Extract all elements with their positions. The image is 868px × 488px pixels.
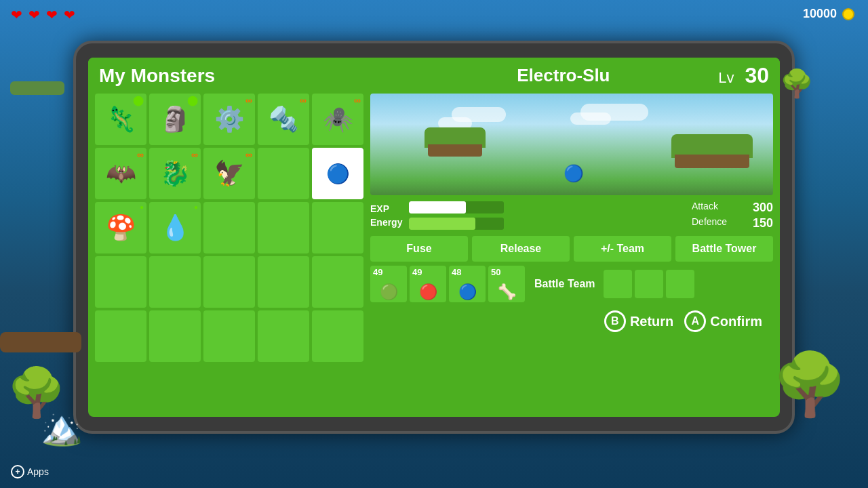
- grid-cell-4-1[interactable]: [149, 310, 201, 362]
- coin-icon: [842, 8, 854, 20]
- energy-label: Energy: [370, 217, 402, 228]
- battle-slot-2[interactable]: 48 🔵: [449, 266, 486, 302]
- platform-bg-left: [0, 332, 81, 352]
- island-right-bottom: [675, 155, 749, 168]
- monster-grid: 🦎 ⬤ 🗿 ⬤ ⚙️ ∞ 🔩 ∞ 🕷️ ∞: [95, 94, 363, 411]
- badge-1-0: ∞: [137, 149, 144, 160]
- tree-right-icon: 🌳: [772, 349, 848, 420]
- battle-monster-1: 🔴: [419, 283, 437, 301]
- grid-cell-0-3[interactable]: 🔩 ∞: [258, 94, 309, 145]
- return-button[interactable]: B Return: [604, 310, 673, 332]
- confirm-button[interactable]: A Confirm: [684, 310, 762, 332]
- exp-bar-bg: [409, 201, 504, 214]
- badge-0-0: ⬤: [133, 95, 144, 106]
- level-value: 30: [745, 63, 769, 88]
- grid-cell-2-3[interactable]: [258, 202, 309, 253]
- grid-cell-4-3[interactable]: [258, 310, 309, 362]
- grid-cell-2-4[interactable]: [312, 202, 363, 253]
- attack-label: Attack: [692, 201, 718, 215]
- score-display: 10000: [803, 7, 854, 21]
- grid-cell-0-1[interactable]: 🗿 ⬤: [149, 94, 201, 145]
- bottom-nav: B Return A Confirm: [370, 306, 773, 336]
- action-buttons: Fuse Release +/- Team Battle Tower: [370, 236, 773, 262]
- badge-2-1: ●: [194, 203, 198, 211]
- bt-slot-1[interactable]: [635, 270, 663, 298]
- attack-defence: Attack 300 Defence 150: [692, 201, 773, 230]
- battle-level-0: 49: [373, 267, 382, 277]
- platform-bg-top: [10, 81, 64, 95]
- grid-cell-2-2[interactable]: [203, 202, 255, 253]
- return-label: Return: [630, 314, 673, 329]
- attack-row: Attack 300: [692, 201, 773, 215]
- apps-plus-icon: +: [11, 465, 24, 479]
- heart-1: ❤: [11, 8, 26, 22]
- monster-sprite-1-2: 🦅: [210, 155, 248, 192]
- bt-slot-0[interactable]: [604, 270, 632, 298]
- heart-3: ❤: [46, 8, 61, 22]
- grid-cell-3-1[interactable]: [149, 256, 201, 308]
- monster-sprite-0-1: 🗿: [156, 100, 194, 138]
- hearts-container: ❤ ❤ ❤ ❤: [11, 8, 79, 22]
- battle-level-2: 48: [452, 267, 461, 277]
- cloud-4: [570, 113, 611, 125]
- monster-sprite-2-0: 🍄: [102, 209, 140, 247]
- grid-cell-3-3[interactable]: [258, 256, 309, 308]
- grid-cell-1-0[interactable]: 🦇 ∞: [95, 148, 146, 199]
- apps-button[interactable]: + Apps: [11, 465, 49, 479]
- defence-row: Defence 150: [692, 216, 773, 230]
- battle-tower-button[interactable]: Battle Tower: [675, 236, 773, 262]
- grid-cell-1-4-selected[interactable]: 🔵: [312, 148, 363, 199]
- monster-sprite-1-4: 🔵: [319, 155, 357, 192]
- badge-0-4: ∞: [354, 95, 361, 106]
- grid-cell-4-4[interactable]: [312, 310, 363, 362]
- monster-sprite-0-4: 🕷️: [319, 100, 357, 138]
- badge-1-1: ∞: [191, 149, 198, 160]
- battle-team-label: Battle Team: [534, 278, 595, 290]
- heart-2: ❤: [28, 8, 43, 22]
- attack-value: 300: [753, 201, 773, 215]
- grid-cell-4-0[interactable]: [95, 310, 146, 362]
- main-content: 🦎 ⬤ 🗿 ⬤ ⚙️ ∞ 🔩 ∞ 🕷️ ∞: [88, 94, 780, 417]
- bt-slot-2[interactable]: [666, 270, 694, 298]
- preview-monster-sprite: 🔵: [564, 164, 584, 183]
- badge-2-0: ●: [140, 203, 144, 211]
- team-button[interactable]: +/- Team: [574, 236, 671, 262]
- battle-slots: 49 🟢 49 🔴 48 🔵 50 🦴: [370, 266, 525, 302]
- grid-cell-1-3[interactable]: [258, 148, 309, 199]
- grid-cell-0-0[interactable]: 🦎 ⬤: [95, 94, 146, 145]
- monster-name: Electro-Slu: [409, 65, 719, 86]
- exp-bar-fill: [409, 201, 466, 214]
- grid-cell-0-2[interactable]: ⚙️ ∞: [203, 94, 255, 145]
- battle-slot-0[interactable]: 49 🟢: [370, 266, 407, 302]
- monster-sprite-0-3: 🔩: [264, 100, 302, 138]
- grid-cell-4-2[interactable]: [203, 310, 255, 362]
- battle-monster-0: 🟢: [380, 283, 398, 301]
- grid-cell-3-4[interactable]: [312, 256, 363, 308]
- heart-4: ❤: [64, 8, 79, 22]
- apps-label: Apps: [27, 466, 49, 477]
- fuse-button[interactable]: Fuse: [370, 236, 468, 262]
- grid-cell-1-2[interactable]: 🦅 ∞: [203, 148, 255, 199]
- monster-sprite-1-1: 🐉: [156, 155, 194, 192]
- return-circle: B: [604, 310, 626, 332]
- exp-label: EXP: [370, 203, 402, 214]
- grid-cell-3-0[interactable]: [95, 256, 146, 308]
- battle-section: 49 🟢 49 🔴 48 🔵 50 🦴: [370, 266, 773, 302]
- device-frame: My Monsters Electro-Slu Lv 30 🦎 ⬤ 🗿 ⬤: [73, 41, 795, 434]
- grid-cell-1-1[interactable]: 🐉 ∞: [149, 148, 201, 199]
- badge-1-2: ∞: [245, 149, 252, 160]
- grid-cell-2-1[interactable]: 💧 ●: [149, 202, 201, 253]
- release-button[interactable]: Release: [472, 236, 570, 262]
- battle-monster-2: 🔵: [458, 283, 477, 301]
- grid-cell-0-4[interactable]: 🕷️ ∞: [312, 94, 363, 145]
- battle-slot-3[interactable]: 50 🦴: [488, 266, 525, 302]
- monster-sprite-1-0: 🦇: [102, 155, 140, 192]
- badge-0-2: ∞: [245, 95, 252, 106]
- level-label: Lv: [718, 69, 734, 87]
- stats-bars: [409, 201, 685, 230]
- battle-slot-1[interactable]: 49 🔴: [410, 266, 446, 302]
- grid-cell-3-2[interactable]: [203, 256, 255, 308]
- grid-cell-2-0[interactable]: 🍄 ●: [95, 202, 146, 253]
- stats-container: EXP Energy Attack 300: [370, 199, 773, 232]
- stats-labels: EXP Energy: [370, 203, 402, 228]
